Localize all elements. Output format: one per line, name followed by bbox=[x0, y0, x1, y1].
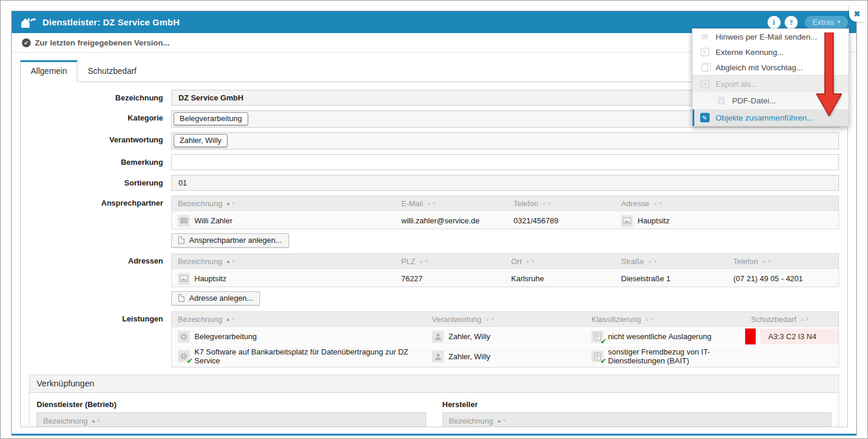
sort-icon: ▲▼ bbox=[226, 201, 236, 206]
sortierung-label: Sortierung bbox=[29, 178, 171, 187]
dienstleister-betrieb-label: Dienstleister (Betrieb) bbox=[37, 400, 426, 409]
sort-icon: ▲▼ bbox=[542, 201, 552, 206]
menu-item-abgleich-vorschlag[interactable]: Abgleich mit Vorschlag... bbox=[693, 60, 849, 75]
table-row[interactable]: Belegverarbeitung Zahler, Willy ✔nicht w… bbox=[172, 327, 838, 344]
adressen-label: Adressen bbox=[29, 253, 171, 265]
sortierung-field[interactable]: 01 bbox=[171, 175, 839, 191]
classification-doc-icon: ✔ bbox=[591, 331, 603, 343]
info-button[interactable]: i bbox=[768, 16, 781, 29]
schutzbedarf-value: A3:3 C2 I3 N4 bbox=[760, 329, 838, 344]
col-header-bezeichnung[interactable]: Bezeichnung▲▼ bbox=[172, 196, 395, 212]
bezeichnung-label: Bezeichnung bbox=[29, 93, 171, 102]
add-adresse-button[interactable]: Adresse anlegen... bbox=[171, 291, 260, 305]
table-row[interactable]: ✔K7 Software auf Bankarbeitsplatz für Da… bbox=[172, 344, 838, 367]
ansprechpartner-label: Ansprechpartner bbox=[29, 196, 171, 207]
extras-label: Extras bbox=[812, 18, 834, 27]
bemerkung-field[interactable] bbox=[171, 154, 839, 170]
schutzbedarf-flag bbox=[745, 329, 756, 344]
new-page-icon bbox=[178, 294, 184, 302]
page-title: Dienstleister: DZ Service GmbH bbox=[43, 17, 180, 27]
tab-content-panel: Bezeichnung DZ Service GmbH Kategorie Be… bbox=[20, 82, 848, 427]
envelope-icon: ✉ bbox=[700, 32, 710, 41]
col-header-strasse[interactable]: Straße▲▼ bbox=[615, 254, 727, 269]
bemerkung-label: Bemerkung bbox=[29, 158, 171, 167]
pdf-file-icon: ▮ bbox=[716, 97, 726, 105]
classification-doc-icon: ✔ bbox=[591, 350, 603, 362]
sort-icon: ▲▼ bbox=[419, 259, 430, 264]
close-icon: ✖ bbox=[854, 9, 860, 18]
hersteller-label: Hersteller bbox=[443, 400, 832, 409]
kategorie-label: Kategorie bbox=[29, 110, 171, 122]
sort-icon: ▲▼ bbox=[485, 317, 496, 322]
merge-icon: ✎ bbox=[700, 113, 710, 122]
sort-icon: ▲▼ bbox=[645, 317, 655, 322]
last-approved-version-link[interactable]: Zur letzten freigegebenen Version... bbox=[35, 38, 170, 47]
leistungen-label: Leistungen bbox=[29, 311, 171, 323]
service-provider-icon bbox=[20, 16, 37, 29]
sort-icon: ▲▼ bbox=[800, 317, 811, 322]
contact-icon: ☎ bbox=[178, 215, 190, 227]
col-header-bezeichnung[interactable]: Bezeichnung▲▼ bbox=[172, 254, 395, 269]
table-row[interactable]: ☎Willi Zahler willi.zahler@service.de 03… bbox=[172, 212, 838, 229]
check-circle-icon: ✔ bbox=[22, 38, 31, 47]
verknuepfungen-section: Verknüpfungen Dienstleister (Betrieb) Be… bbox=[29, 375, 839, 427]
check-icon: ✔ bbox=[600, 337, 606, 346]
add-ansprechpartner-button[interactable]: Ansprechpartner anlegen... bbox=[171, 233, 289, 248]
col-header-schutzbedarf[interactable]: Schutzbedarf▲▼ bbox=[745, 312, 838, 327]
menu-item-pdf-datei[interactable]: ▮ PDF-Datei... bbox=[693, 92, 849, 109]
col-header-klassifizierung[interactable]: Klassifizierung▲▼ bbox=[586, 312, 745, 327]
ansprechpartner-table: Bezeichnung▲▼ E-Mail▲▼ Telefon▲▼ Adresse… bbox=[171, 196, 839, 229]
sort-icon: ▲▼ bbox=[497, 419, 508, 424]
sort-icon: ▲▼ bbox=[648, 259, 658, 264]
menu-item-export-als: ↗ Export als... bbox=[693, 76, 849, 92]
close-button[interactable]: ✖ bbox=[849, 6, 865, 22]
service-gear-icon bbox=[178, 331, 190, 343]
leistungen-table: Bezeichnung▲▼ Verantwortung▲▼ Klassifizi… bbox=[171, 311, 839, 368]
col-header-adresse[interactable]: Adresse▲▼ bbox=[615, 196, 838, 212]
sort-icon: ▲▼ bbox=[427, 201, 437, 206]
check-icon: ✔ bbox=[600, 357, 606, 365]
new-page-icon bbox=[178, 236, 184, 244]
copy-icon bbox=[700, 64, 710, 71]
col-header-verantwortung[interactable]: Verantwortung▲▼ bbox=[426, 312, 586, 327]
extras-menu: ✉ Hinweis per E-Mail senden... ✎ Externe… bbox=[692, 28, 849, 126]
service-gear-icon: ✔ bbox=[178, 350, 190, 362]
address-icon bbox=[178, 273, 190, 285]
screen: Dienstleister: DZ Service GmbH i ? Extra… bbox=[0, 0, 868, 439]
check-icon: ✔ bbox=[187, 357, 193, 365]
sort-icon: ▲▼ bbox=[525, 259, 536, 264]
col-header-email[interactable]: E-Mail▲▼ bbox=[395, 196, 508, 212]
sort-icon: ▲▼ bbox=[91, 419, 102, 424]
col-header-telefon[interactable]: Telefon▲▼ bbox=[508, 196, 615, 212]
verantwortung-tag[interactable]: Zahler, Willy bbox=[174, 134, 227, 147]
sort-icon: ▲▼ bbox=[226, 259, 236, 264]
help-button[interactable]: ? bbox=[785, 16, 798, 29]
col-header-bezeichnung[interactable]: Bezeichnung ▲▼ bbox=[37, 412, 426, 427]
export-icon: ↗ bbox=[700, 80, 710, 88]
menu-item-objekte-zusammenfuehren[interactable]: ✎ Objekte zusammenführen... bbox=[693, 109, 849, 126]
col-header-plz[interactable]: PLZ▲▼ bbox=[395, 254, 505, 269]
col-header-bezeichnung[interactable]: Bezeichnung ▲▼ bbox=[443, 412, 832, 427]
tab-schutzbedarf[interactable]: Schutzbedarf bbox=[77, 61, 147, 82]
tab-allgemein[interactable]: Allgemein bbox=[20, 60, 77, 82]
verantwortung-field[interactable]: Zahler, Willy bbox=[171, 132, 839, 149]
sort-icon: ▲▼ bbox=[762, 259, 772, 264]
person-icon bbox=[432, 350, 444, 362]
kategorie-tag[interactable]: Belegverarbeitung bbox=[174, 112, 248, 125]
col-header-ort[interactable]: Ort▲▼ bbox=[505, 254, 615, 269]
menu-item-hinweis-email[interactable]: ✉ Hinweis per E-Mail senden... bbox=[693, 29, 849, 44]
schutzbedarf-cell: A3:3 C2 I3 N4 bbox=[745, 329, 838, 344]
menu-item-externe-kennung[interactable]: ✎ Externe Kennung... bbox=[693, 44, 849, 60]
address-icon bbox=[621, 215, 633, 227]
person-icon bbox=[432, 331, 444, 343]
verknuepfungen-title: Verknüpfungen bbox=[30, 375, 838, 393]
col-header-telefon[interactable]: Telefon▲▼ bbox=[727, 254, 838, 269]
adressen-table: Bezeichnung▲▼ PLZ▲▼ Ort▲▼ Straße▲▼ Telef… bbox=[171, 253, 839, 287]
edit-icon: ✎ bbox=[700, 48, 710, 56]
table-row[interactable]: Hauptsitz 76227 Karlsruhe Dieselstraße 1… bbox=[172, 269, 838, 287]
sort-icon: ▲▼ bbox=[226, 317, 236, 322]
chevron-down-icon: ▾ bbox=[837, 19, 840, 25]
sort-icon: ▲▼ bbox=[653, 201, 664, 206]
extras-button[interactable]: Extras ▾ bbox=[805, 16, 848, 29]
col-header-bezeichnung[interactable]: Bezeichnung▲▼ bbox=[172, 312, 426, 327]
